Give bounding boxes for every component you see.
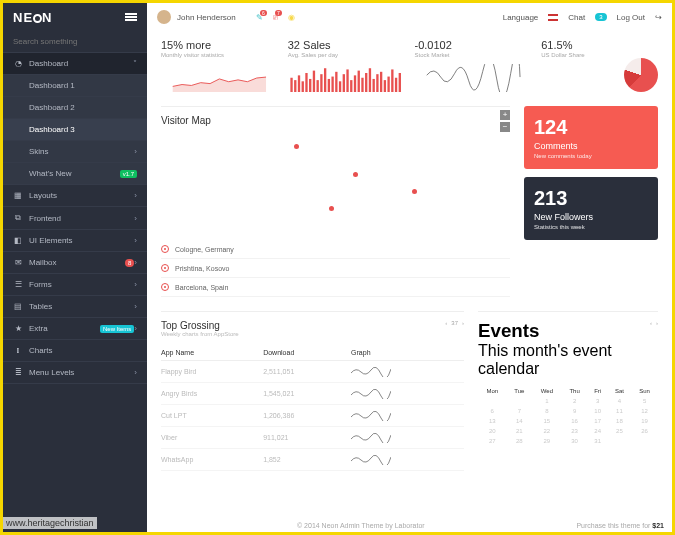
- svg-rect-10: [327, 79, 329, 92]
- table-row[interactable]: WhatsApp1,852: [161, 449, 464, 471]
- sidebar-item[interactable]: ✉Mailbox8›: [3, 252, 147, 274]
- sidebar-item[interactable]: Skins›: [3, 141, 147, 163]
- sidebar-item[interactable]: Dashboard 3: [3, 119, 147, 141]
- calendar-day[interactable]: 4: [608, 396, 632, 406]
- location-item[interactable]: Barcelona, Spain: [161, 278, 510, 297]
- nav-label: Dashboard 3: [29, 125, 137, 134]
- flag-icon[interactable]: [548, 14, 558, 21]
- table-row[interactable]: Angry Birds1,545,021: [161, 383, 464, 405]
- footer-right[interactable]: Purchase this theme for $21: [576, 522, 664, 529]
- map-marker[interactable]: [412, 189, 417, 194]
- calendar-day[interactable]: 12: [631, 406, 658, 416]
- calendar-day[interactable]: 21: [506, 426, 532, 436]
- pin-icon: [161, 283, 169, 291]
- tasks-icon[interactable]: ⎚7: [273, 13, 278, 22]
- calendar-day[interactable]: 31: [588, 436, 608, 446]
- calendar-day[interactable]: 26: [631, 426, 658, 436]
- followers-card[interactable]: 213 New Followers Statistics this week: [524, 177, 658, 240]
- events-prev[interactable]: ‹: [650, 320, 652, 326]
- map-area[interactable]: + −: [161, 134, 510, 234]
- pager-next[interactable]: ›: [462, 320, 464, 326]
- hamburger-icon[interactable]: [125, 13, 137, 21]
- calendar-day[interactable]: 25: [608, 426, 632, 436]
- nav-icon: ⧉: [13, 213, 23, 223]
- calendar-day[interactable]: 18: [608, 416, 632, 426]
- sidebar-item[interactable]: ★ExtraNew Items›: [3, 318, 147, 340]
- calendar-day[interactable]: 6: [478, 406, 506, 416]
- location-item[interactable]: Cologne, Germany: [161, 240, 510, 259]
- calendar-day[interactable]: 20: [478, 426, 506, 436]
- nav-icon: ▤: [13, 302, 23, 311]
- calendar-day[interactable]: 30: [562, 436, 588, 446]
- nav-label: Dashboard: [29, 59, 133, 68]
- sidebar-item[interactable]: ≣Menu Levels›: [3, 362, 147, 384]
- sidebar-item[interactable]: What's Newv1.7: [3, 163, 147, 185]
- nav-icon: ★: [13, 324, 23, 333]
- calendar-day[interactable]: 13: [478, 416, 506, 426]
- calendar-day[interactable]: 5: [631, 396, 658, 406]
- table-row[interactable]: Cut LPT1,206,386: [161, 405, 464, 427]
- table-row[interactable]: Viber911,021: [161, 427, 464, 449]
- user-name[interactable]: John Henderson: [177, 13, 236, 22]
- map-zoom-out[interactable]: −: [500, 122, 510, 132]
- nav-label: Menu Levels: [29, 368, 134, 377]
- pager-prev[interactable]: ‹: [445, 320, 447, 326]
- search-input[interactable]: [13, 37, 137, 46]
- sidebar-item[interactable]: ◔Dashboard˅: [3, 53, 147, 75]
- events-panel: Events This month's event calendar ‹ › M…: [478, 311, 658, 471]
- sidebar-item[interactable]: ◧UI Elements›: [3, 230, 147, 252]
- grossing-table: App NameDownloadGraphFlappy Bird2,511,05…: [161, 345, 464, 471]
- calendar-day[interactable]: 15: [532, 416, 561, 426]
- sidebar-item[interactable]: ▦Layouts›: [3, 185, 147, 207]
- map-marker[interactable]: [329, 206, 334, 211]
- calendar-day[interactable]: 29: [532, 436, 561, 446]
- logout-icon[interactable]: ↪: [655, 13, 662, 22]
- calendar-day[interactable]: 1: [532, 396, 561, 406]
- messages-icon[interactable]: ✎6: [256, 13, 263, 22]
- svg-rect-25: [383, 80, 385, 92]
- map-marker[interactable]: [353, 172, 358, 177]
- calendar-day[interactable]: 11: [608, 406, 632, 416]
- sidebar-item[interactable]: ⧉Frontend›: [3, 207, 147, 230]
- calendar-day[interactable]: 16: [562, 416, 588, 426]
- map-marker[interactable]: [294, 144, 299, 149]
- calendar-day[interactable]: 10: [588, 406, 608, 416]
- note-icon[interactable]: ◉: [288, 13, 295, 22]
- comments-card[interactable]: 124 Comments New comments today: [524, 106, 658, 169]
- calendar-day[interactable]: 7: [506, 406, 532, 416]
- svg-rect-14: [342, 74, 344, 92]
- calendar-day[interactable]: 28: [506, 436, 532, 446]
- sidebar-item[interactable]: ☰Forms›: [3, 274, 147, 296]
- sidebar-item[interactable]: Dashboard 2: [3, 97, 147, 119]
- calendar-day[interactable]: 17: [588, 416, 608, 426]
- calendar-day[interactable]: 24: [588, 426, 608, 436]
- calendar-day[interactable]: 8: [532, 406, 561, 416]
- svg-rect-28: [395, 78, 397, 92]
- svg-rect-9: [324, 68, 326, 92]
- sidebar-search[interactable]: [3, 31, 147, 53]
- chat-label[interactable]: Chat: [568, 13, 585, 22]
- calendar-day[interactable]: 3: [588, 396, 608, 406]
- events-next[interactable]: ›: [656, 320, 658, 326]
- nav-label: Extra: [29, 324, 100, 333]
- calendar-day[interactable]: 14: [506, 416, 532, 426]
- sidebar-item[interactable]: ▤Tables›: [3, 296, 147, 318]
- location-item[interactable]: Prishtina, Kosovo: [161, 259, 510, 278]
- calendar-day[interactable]: 19: [631, 416, 658, 426]
- map-zoom-in[interactable]: +: [500, 110, 510, 120]
- calendar-day[interactable]: 2: [562, 396, 588, 406]
- logout-link[interactable]: Log Out: [617, 13, 645, 22]
- calendar-day[interactable]: 9: [562, 406, 588, 416]
- avatar[interactable]: [157, 10, 171, 24]
- sidebar-item[interactable]: ⫿Charts: [3, 340, 147, 362]
- calendar-day[interactable]: 27: [478, 436, 506, 446]
- calendar[interactable]: MonTueWedThuFriSatSun1234567891011121314…: [478, 386, 658, 446]
- nav-label: Layouts: [29, 191, 134, 200]
- table-row[interactable]: Flappy Bird2,511,051: [161, 361, 464, 383]
- sidebar-item[interactable]: Dashboard 1: [3, 75, 147, 97]
- language-label[interactable]: Language: [503, 13, 539, 22]
- calendar-day[interactable]: 23: [562, 426, 588, 436]
- chat-badge: 3: [595, 13, 606, 21]
- nav-label: Forms: [29, 280, 134, 289]
- calendar-day[interactable]: 22: [532, 426, 561, 436]
